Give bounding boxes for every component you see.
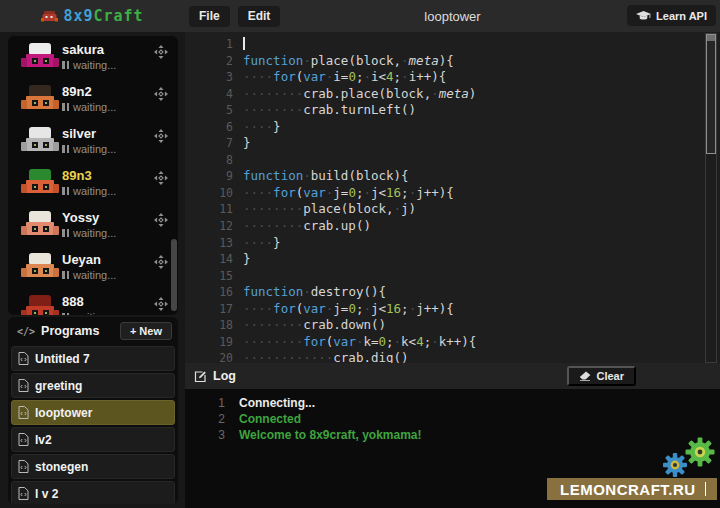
logo-text: 8x9Craft xyxy=(63,7,143,25)
code-text: ············crab.dig() xyxy=(243,350,409,363)
player-list-scrollbar[interactable] xyxy=(171,239,177,311)
player-status-text: waiting... xyxy=(73,101,116,113)
editor-scrollbar-thumb[interactable] xyxy=(706,34,716,154)
code-text: ········crab.up() xyxy=(243,218,371,235)
player-row[interactable]: Yossywaiting... xyxy=(8,204,178,246)
code-line[interactable]: 9function·build(block){ xyxy=(185,168,704,185)
clear-log-button[interactable]: Clear xyxy=(567,366,636,386)
pause-icon xyxy=(62,229,69,237)
player-status-text: waiting... xyxy=(73,143,116,155)
avatar-body xyxy=(26,222,54,235)
learn-api-label: Learn API xyxy=(656,10,707,22)
code-line[interactable]: 6····} xyxy=(185,119,704,136)
player-row[interactable]: 888waiting... xyxy=(8,288,178,315)
avatar-eye xyxy=(43,184,49,190)
player-row[interactable]: 89n2waiting... xyxy=(8,78,178,120)
edit-menu-button[interactable]: Edit xyxy=(238,6,281,27)
player-row[interactable]: silverwaiting... xyxy=(8,120,178,162)
avatar-hat xyxy=(29,169,51,180)
logo-text-craft: Craft xyxy=(93,7,143,25)
learn-api-button[interactable]: Learn API xyxy=(627,5,716,26)
code-text: ········for(var·k=0;·k<4;·k++){ xyxy=(243,334,476,351)
code-editor[interactable]: 12function·place(block,·meta){3····for(v… xyxy=(185,32,720,363)
player-avatar xyxy=(21,85,59,113)
program-file-icon xyxy=(18,487,29,500)
crab-logo-icon xyxy=(41,10,59,23)
line-number: 2 xyxy=(185,53,243,70)
avatar-body xyxy=(26,264,54,277)
player-status: waiting... xyxy=(62,311,116,315)
code-line[interactable]: 13····} xyxy=(185,235,704,252)
player-status-text: waiting... xyxy=(73,311,116,315)
code-line[interactable]: 10····for(var·j=0;·j<16;·j++){ xyxy=(185,185,704,202)
program-name: looptower xyxy=(35,406,92,420)
code-line[interactable]: 11········place(block,·j) xyxy=(185,201,704,218)
log-entry: 3Welcome to 8x9craft, yokmama! xyxy=(185,428,720,444)
code-line[interactable]: 7} xyxy=(185,135,704,152)
new-program-button[interactable]: + New xyxy=(120,322,172,340)
locate-player-icon[interactable] xyxy=(154,45,168,59)
player-row[interactable]: Ueyanwaiting... xyxy=(8,246,178,288)
pause-icon xyxy=(62,313,69,315)
avatar-hat xyxy=(29,127,51,138)
line-number: 6 xyxy=(185,119,243,136)
code-line[interactable]: 1 xyxy=(185,36,704,53)
avatar-hat xyxy=(29,295,51,306)
line-number: 1 xyxy=(185,36,243,53)
player-row[interactable]: sakurawaiting... xyxy=(8,36,178,78)
code-line[interactable]: 12········crab.up() xyxy=(185,218,704,235)
line-number: 3 xyxy=(185,69,243,86)
code-line[interactable]: 15 xyxy=(185,268,704,285)
programs-panel: </> Programs + New Untitled 7greetingloo… xyxy=(8,317,178,504)
code-line[interactable]: 4········crab.place(block,·meta) xyxy=(185,86,704,103)
code-line[interactable]: 19········for(var·k=0;·k<4;·k++){ xyxy=(185,334,704,351)
avatar-eye xyxy=(43,226,49,232)
program-item[interactable]: Untitled 7 xyxy=(11,346,175,371)
code-line[interactable]: 17····for(var·j=0;·j<16;·j++){ xyxy=(185,301,704,318)
locate-player-icon[interactable] xyxy=(154,129,168,143)
player-avatar xyxy=(21,43,59,71)
menu-bar: looptower File Edit Learn API xyxy=(185,0,720,32)
log-entry-text: Connecting... xyxy=(239,396,315,412)
code-line[interactable]: 20············crab.dig() xyxy=(185,350,704,363)
program-name: l v 2 xyxy=(35,487,58,501)
locate-player-icon[interactable] xyxy=(154,297,168,311)
eraser-icon xyxy=(579,371,591,381)
code-line[interactable]: 8 xyxy=(185,152,704,169)
code-line[interactable]: 5········crab.turnLeft() xyxy=(185,102,704,119)
code-text: } xyxy=(243,135,251,152)
file-menu-button[interactable]: File xyxy=(189,6,230,27)
line-number: 5 xyxy=(185,102,243,119)
locate-player-icon[interactable] xyxy=(154,87,168,101)
player-avatar xyxy=(21,295,59,315)
editor-scrollbar[interactable] xyxy=(705,33,717,363)
avatar-eye xyxy=(32,58,38,64)
locate-player-icon[interactable] xyxy=(154,255,168,269)
log-entry-number: 1 xyxy=(185,396,239,412)
code-line[interactable]: 18········crab.down() xyxy=(185,317,704,334)
pause-icon xyxy=(62,187,69,195)
locate-player-icon[interactable] xyxy=(154,171,168,185)
avatar-body xyxy=(26,96,54,109)
line-number: 14 xyxy=(185,251,243,268)
player-row[interactable]: 89n3waiting... xyxy=(8,162,178,204)
code-line[interactable]: 14} xyxy=(185,251,704,268)
log-title: Log xyxy=(213,369,236,383)
log-entry-text: Connected xyxy=(239,412,301,428)
avatar-body xyxy=(26,180,54,193)
avatar-arm xyxy=(53,226,59,235)
code-line[interactable]: 3····for(var·i=0;·i<4;·i++){ xyxy=(185,69,704,86)
code-line[interactable]: 2function·place(block,·meta){ xyxy=(185,53,704,70)
code-line[interactable]: 16function·destroy(){ xyxy=(185,284,704,301)
program-item[interactable]: greeting xyxy=(11,373,175,398)
program-item[interactable]: stonegen xyxy=(11,454,175,479)
program-item[interactable]: looptower xyxy=(11,400,175,425)
avatar-arm xyxy=(53,310,59,315)
avatar-body xyxy=(26,54,54,67)
avatar-body xyxy=(26,306,54,315)
program-item[interactable]: l v 2 xyxy=(11,481,175,504)
code-text: ········crab.turnLeft() xyxy=(243,102,416,119)
locate-player-icon[interactable] xyxy=(154,213,168,227)
pause-icon xyxy=(62,103,69,111)
program-item[interactable]: lv2 xyxy=(11,427,175,452)
